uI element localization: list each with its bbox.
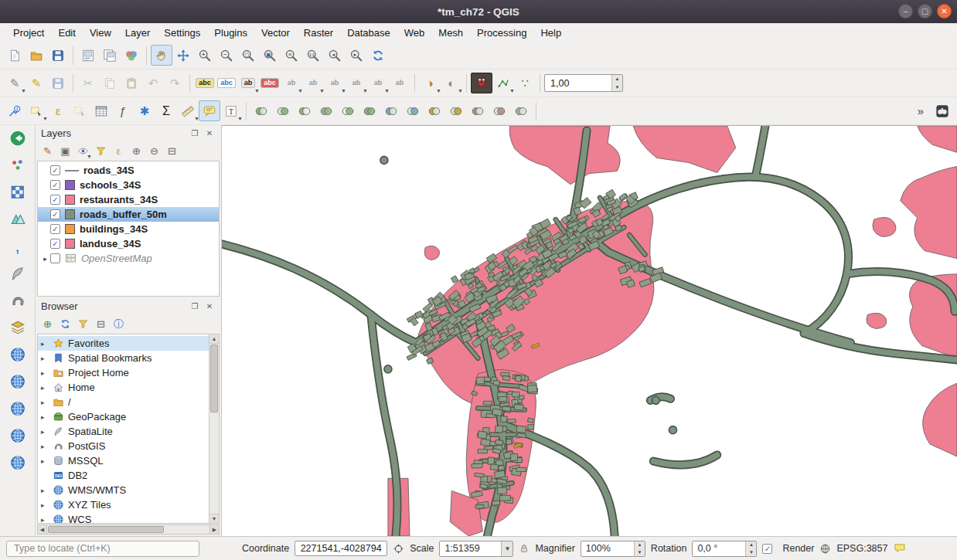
deselect-all[interactable] bbox=[69, 100, 90, 121]
menu-plugins[interactable]: Plugins bbox=[207, 25, 254, 41]
label-tool-6[interactable]: ab bbox=[389, 73, 410, 93]
tree-expander-icon[interactable]: ▸ bbox=[41, 516, 50, 524]
add-delimited-text-layer[interactable]: , bbox=[6, 236, 29, 257]
show-layout-manager[interactable] bbox=[99, 45, 121, 66]
add-wms-layer[interactable] bbox=[6, 344, 29, 365]
cut-features[interactable]: ✂ bbox=[77, 73, 99, 93]
tree-expander-icon[interactable]: ▸ bbox=[41, 355, 50, 362]
current-edits[interactable]: ✎▼ bbox=[4, 73, 26, 93]
layer-checkbox[interactable]: ✓ bbox=[50, 180, 60, 190]
coordinate-input[interactable] bbox=[295, 541, 387, 556]
scroll-down-arrow[interactable]: ▼ bbox=[209, 514, 219, 523]
layers-panel-float-button[interactable]: ❐ bbox=[189, 127, 201, 140]
scrollbar-thumb-h[interactable] bbox=[48, 526, 164, 533]
refresh-map[interactable] bbox=[367, 45, 389, 66]
dissolve[interactable] bbox=[315, 100, 337, 121]
add-virtual-layer[interactable] bbox=[6, 317, 29, 338]
union[interactable] bbox=[380, 100, 402, 121]
filter-browser[interactable] bbox=[75, 316, 91, 332]
scroll-left-arrow[interactable]: ◀ bbox=[38, 525, 47, 534]
layer-checkbox[interactable]: ✓ bbox=[50, 165, 60, 175]
save-project[interactable] bbox=[47, 45, 69, 66]
paste-features[interactable] bbox=[121, 73, 142, 93]
zoom-full[interactable]: ◻ bbox=[237, 45, 259, 66]
tree-expander-icon[interactable]: ▸ bbox=[41, 399, 50, 406]
highlight-pinned-labels[interactable]: abc bbox=[259, 73, 281, 93]
map-canvas[interactable] bbox=[222, 125, 957, 536]
browser-item-mssql[interactable]: ▸MSSQL bbox=[38, 453, 209, 468]
tree-expander-icon[interactable]: ▸ bbox=[41, 369, 50, 377]
browser-horizontal-scrollbar[interactable]: ◀ ▶ bbox=[37, 524, 220, 535]
open-project[interactable] bbox=[26, 45, 47, 66]
add-mesh-layer[interactable] bbox=[6, 209, 29, 230]
style-manager[interactable] bbox=[121, 45, 142, 66]
layer-item-roads_buffer_50m[interactable]: ✓roads_buffer_50m bbox=[38, 207, 219, 222]
browser-item-spatialite[interactable]: ▸SpatiaLite bbox=[38, 424, 209, 439]
collapse-all[interactable]: ⊖ bbox=[146, 143, 162, 159]
zoom-out[interactable]: − bbox=[216, 45, 237, 66]
move-label[interactable]: ab▼ bbox=[281, 73, 302, 93]
tree-expander-icon[interactable]: ▸ bbox=[41, 384, 50, 392]
zoom-to-layer[interactable]: ≡ bbox=[281, 45, 302, 66]
open-attribute-table[interactable] bbox=[90, 100, 112, 121]
minimize-button[interactable]: – bbox=[898, 4, 913, 19]
render-checkbox[interactable]: ✓ bbox=[762, 544, 772, 554]
tree-expander-icon[interactable]: ▸ bbox=[41, 457, 50, 465]
layer-checkbox[interactable] bbox=[50, 253, 60, 263]
merge[interactable] bbox=[424, 100, 445, 121]
intersection[interactable] bbox=[337, 100, 359, 121]
layer-item-schools_34S[interactable]: ✓schools_34S bbox=[38, 178, 219, 192]
auto-labeling[interactable]: abc bbox=[216, 73, 237, 93]
buffer[interactable] bbox=[250, 100, 272, 121]
menu-processing[interactable]: Processing bbox=[470, 25, 533, 41]
eliminate[interactable] bbox=[402, 100, 424, 121]
tree-expander-icon[interactable]: ▸ bbox=[41, 428, 50, 436]
data-source-manager[interactable] bbox=[6, 127, 29, 149]
browser-item-favorites[interactable]: ▸Favorites bbox=[38, 336, 209, 351]
browser-item--[interactable]: ▸/ bbox=[38, 395, 209, 409]
tree-expander-icon[interactable]: ▸ bbox=[41, 443, 50, 450]
more-toolbars[interactable]: » bbox=[910, 100, 931, 121]
scrollbar-thumb[interactable] bbox=[210, 344, 218, 412]
menu-layer[interactable]: Layer bbox=[118, 25, 158, 41]
open-layer-styling[interactable]: ✎ bbox=[39, 143, 56, 159]
browser-panel-float-button[interactable]: ❐ bbox=[189, 300, 201, 313]
map-tips[interactable] bbox=[199, 100, 220, 121]
layer-checkbox[interactable]: ✓ bbox=[50, 209, 60, 219]
copy-features[interactable] bbox=[99, 73, 121, 93]
scroll-up-arrow[interactable]: ▲ bbox=[209, 334, 219, 344]
scale-combo[interactable]: 1:51359 ▼ bbox=[439, 541, 513, 557]
layer-item-restaurants_34S[interactable]: ✓restaurants_34S bbox=[38, 192, 219, 207]
scale-dropdown-arrow[interactable]: ▼ bbox=[501, 541, 513, 556]
layers-panel-close-button[interactable]: ✕ bbox=[203, 127, 216, 140]
snapping-toggle[interactable] bbox=[471, 73, 492, 93]
menu-vector[interactable]: Vector bbox=[254, 25, 297, 41]
menu-view[interactable]: View bbox=[83, 25, 118, 41]
browser-item-wms-wmts[interactable]: ▸WMS/WMTS bbox=[38, 483, 209, 497]
select-features[interactable]: ▼ bbox=[26, 100, 47, 121]
add-selected-layers[interactable]: ⊕ bbox=[39, 316, 56, 332]
measure-line[interactable]: ▼ bbox=[177, 100, 199, 121]
refresh-browser[interactable] bbox=[57, 316, 73, 332]
snap-tolerance-spinner[interactable]: 1,00▲▼ bbox=[544, 74, 623, 92]
processing-toolbox[interactable]: ✱ bbox=[134, 100, 155, 121]
geoprocessing-more[interactable] bbox=[510, 100, 532, 121]
save-layer-edits[interactable] bbox=[47, 73, 69, 93]
diagram-options[interactable]: ◑▼ bbox=[419, 73, 441, 93]
symmetrical-difference[interactable] bbox=[359, 100, 380, 121]
tree-expander-icon[interactable]: ▸ bbox=[41, 501, 50, 509]
change-label[interactable]: ab▼ bbox=[324, 73, 346, 93]
layer-item-landuse_34S[interactable]: ✓landuse_34S bbox=[38, 236, 219, 251]
menu-help[interactable]: Help bbox=[533, 25, 568, 41]
tree-expander-icon[interactable]: ▸ bbox=[41, 413, 50, 421]
maximize-button[interactable]: ▢ bbox=[918, 4, 932, 19]
layer-checkbox[interactable]: ✓ bbox=[50, 224, 60, 234]
browser-panel-close-button[interactable]: ✕ bbox=[203, 300, 216, 313]
filter-by-expression[interactable]: ε bbox=[111, 143, 127, 159]
layer-item-buildings_34S[interactable]: ✓buildings_34S bbox=[38, 222, 219, 236]
add-spatialite-layer[interactable] bbox=[6, 263, 29, 284]
menu-mesh[interactable]: Mesh bbox=[431, 25, 470, 41]
add-xyz-layer[interactable] bbox=[6, 371, 29, 392]
diagram-options-2[interactable]: ◐▼ bbox=[441, 73, 462, 93]
browser-item-project-home[interactable]: ▸Project Home bbox=[38, 365, 209, 380]
